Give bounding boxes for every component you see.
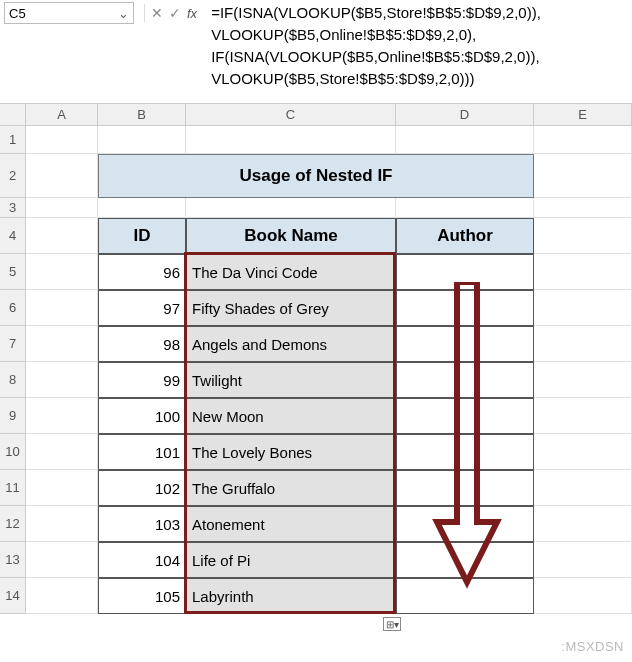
row-header-12[interactable]: 12 [0, 506, 26, 542]
cell-author[interactable] [396, 398, 534, 434]
cell-E11[interactable] [534, 470, 632, 506]
cell-id[interactable]: 103 [98, 506, 186, 542]
cell-E4[interactable] [534, 218, 632, 254]
cell-B3[interactable] [98, 198, 186, 218]
fx-icon[interactable]: fx [187, 6, 197, 21]
col-header-E[interactable]: E [534, 104, 632, 125]
cell-A7[interactable] [26, 326, 98, 362]
col-header-D[interactable]: D [396, 104, 534, 125]
cell-A4[interactable] [26, 218, 98, 254]
table-row: 9 100 New Moon [0, 398, 632, 434]
cell-A6[interactable] [26, 290, 98, 326]
cell-B1[interactable] [98, 126, 186, 154]
col-header-A[interactable]: A [26, 104, 98, 125]
cell-book-name[interactable]: Labyrinth [186, 578, 396, 614]
chevron-down-icon[interactable]: ⌄ [118, 6, 129, 21]
cell-E5[interactable] [534, 254, 632, 290]
cell-A10[interactable] [26, 434, 98, 470]
table-row: 8 99 Twilight [0, 362, 632, 398]
cell-A1[interactable] [26, 126, 98, 154]
cell-author[interactable] [396, 470, 534, 506]
row-header-10[interactable]: 10 [0, 434, 26, 470]
cell-book-name[interactable]: The Gruffalo [186, 470, 396, 506]
header-id[interactable]: ID [98, 218, 186, 254]
cell-author[interactable] [396, 542, 534, 578]
cell-E9[interactable] [534, 398, 632, 434]
cell-book-name[interactable]: The Lovely Bones [186, 434, 396, 470]
cell-E13[interactable] [534, 542, 632, 578]
cell-book-name[interactable]: New Moon [186, 398, 396, 434]
cell-E12[interactable] [534, 506, 632, 542]
cell-id[interactable]: 98 [98, 326, 186, 362]
cell-E10[interactable] [534, 434, 632, 470]
cell-E6[interactable] [534, 290, 632, 326]
cell-book-name[interactable]: Angels and Demons [186, 326, 396, 362]
cell-id[interactable]: 105 [98, 578, 186, 614]
confirm-icon[interactable]: ✓ [169, 5, 181, 21]
row-header-11[interactable]: 11 [0, 470, 26, 506]
cell-author[interactable] [396, 254, 534, 290]
cell-author[interactable] [396, 326, 534, 362]
select-all-corner[interactable] [0, 104, 26, 125]
cell-E7[interactable] [534, 326, 632, 362]
row-header-3[interactable]: 3 [0, 198, 26, 218]
rows-container: 1 2 Usage of Nested IF 3 4 ID [0, 126, 632, 614]
row-header-14[interactable]: 14 [0, 578, 26, 614]
cell-E8[interactable] [534, 362, 632, 398]
cell-E3[interactable] [534, 198, 632, 218]
cell-A3[interactable] [26, 198, 98, 218]
title-cell[interactable]: Usage of Nested IF [98, 154, 534, 198]
cell-A5[interactable] [26, 254, 98, 290]
cancel-icon[interactable]: ✕ [151, 5, 163, 21]
row-header-7[interactable]: 7 [0, 326, 26, 362]
cell-author[interactable] [396, 578, 534, 614]
name-box[interactable]: C5 ⌄ [4, 2, 134, 24]
cell-A11[interactable] [26, 470, 98, 506]
cell-author[interactable] [396, 290, 534, 326]
row-header-8[interactable]: 8 [0, 362, 26, 398]
row-header-4[interactable]: 4 [0, 218, 26, 254]
cell-book-name[interactable]: The Da Vinci Code [186, 254, 396, 290]
col-header-B[interactable]: B [98, 104, 186, 125]
cell-A12[interactable] [26, 506, 98, 542]
cell-D1[interactable] [396, 126, 534, 154]
cell-id[interactable]: 102 [98, 470, 186, 506]
header-author[interactable]: Author [396, 218, 534, 254]
cell-id[interactable]: 99 [98, 362, 186, 398]
cell-E14[interactable] [534, 578, 632, 614]
cell-A9[interactable] [26, 398, 98, 434]
cell-A13[interactable] [26, 542, 98, 578]
cell-id[interactable]: 101 [98, 434, 186, 470]
row-header-13[interactable]: 13 [0, 542, 26, 578]
row-header-2[interactable]: 2 [0, 154, 26, 198]
cell-C3[interactable] [186, 198, 396, 218]
cell-id[interactable]: 100 [98, 398, 186, 434]
cell-A2[interactable] [26, 154, 98, 198]
cell-E2[interactable] [534, 154, 632, 198]
autofill-options[interactable]: ⊞▾ [383, 617, 403, 637]
cell-book-name[interactable]: Fifty Shades of Grey [186, 290, 396, 326]
row-header-5[interactable]: 5 [0, 254, 26, 290]
cell-book-name[interactable]: Atonement [186, 506, 396, 542]
cell-book-name[interactable]: Twilight [186, 362, 396, 398]
cell-D3[interactable] [396, 198, 534, 218]
row-header-1[interactable]: 1 [0, 126, 26, 154]
cell-C1[interactable] [186, 126, 396, 154]
cell-E1[interactable] [534, 126, 632, 154]
cell-A14[interactable] [26, 578, 98, 614]
cell-author[interactable] [396, 434, 534, 470]
cell-id[interactable]: 96 [98, 254, 186, 290]
col-header-C[interactable]: C [186, 104, 396, 125]
cell-id[interactable]: 97 [98, 290, 186, 326]
cell-author[interactable] [396, 362, 534, 398]
cell-A8[interactable] [26, 362, 98, 398]
formula-input[interactable]: =IF(ISNA(VLOOKUP($B5,Store!$B$5:$D$9,2,0… [207, 2, 628, 90]
header-book[interactable]: Book Name [186, 218, 396, 254]
table-row: 12 103 Atonement [0, 506, 632, 542]
row-header-9[interactable]: 9 [0, 398, 26, 434]
cell-author[interactable] [396, 506, 534, 542]
row-header-6[interactable]: 6 [0, 290, 26, 326]
formula-icons: ✕ ✓ fx [144, 2, 197, 24]
cell-book-name[interactable]: Life of Pi [186, 542, 396, 578]
cell-id[interactable]: 104 [98, 542, 186, 578]
